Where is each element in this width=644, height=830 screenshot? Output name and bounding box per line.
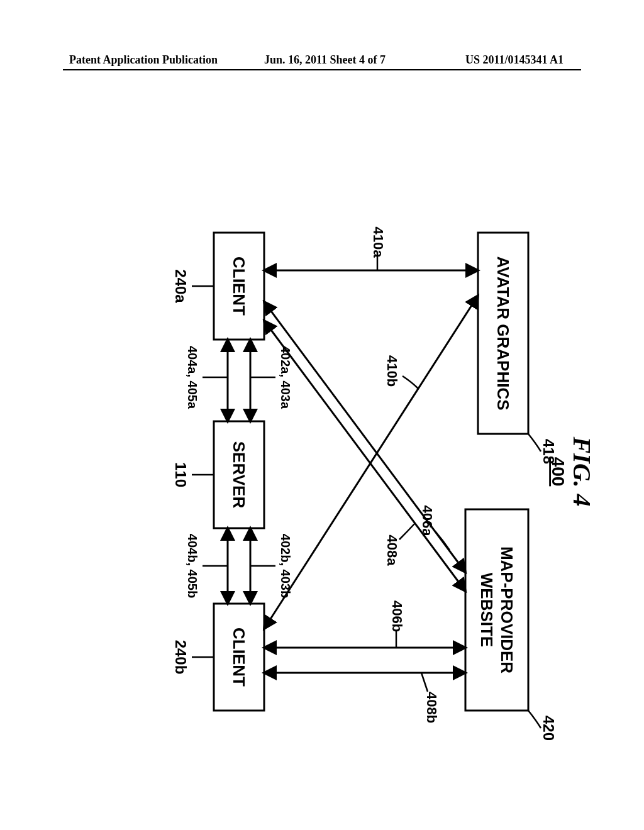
leader-406a <box>435 531 450 550</box>
header-left: Patent Application Publication <box>69 53 218 67</box>
ref-406b: 406b <box>389 600 405 632</box>
figure-4-diagram: FIG. 4 400 AVATAR GRAPHICS MAP-PROVIDER … <box>38 189 604 629</box>
figure-title: FIG. 4 <box>568 436 596 506</box>
ref-406a: 406a <box>419 506 435 537</box>
map-provider-line2: WEBSITE <box>477 573 496 647</box>
header-center: Jun. 16, 2011 Sheet 4 of 7 <box>264 53 386 67</box>
leader-418 <box>528 434 541 451</box>
ref-240a: 240a <box>172 269 189 303</box>
ref-402a-403a: 402a, 403a <box>279 346 292 409</box>
ref-404b-405b: 404b, 405b <box>186 534 199 598</box>
leader-420 <box>528 711 541 728</box>
leader-408a <box>399 523 415 540</box>
client-a-label: CLIENT <box>230 257 248 316</box>
avatar-graphics-label: AVATAR GRAPHICS <box>494 256 513 410</box>
client-b-label: CLIENT <box>230 628 248 687</box>
map-provider-line1: MAP-PROVIDER <box>497 546 516 673</box>
map-provider-box <box>465 509 528 711</box>
ref-410a: 410a <box>370 227 386 258</box>
server-label: SERVER <box>230 441 248 509</box>
ref-408b: 408b <box>424 692 440 723</box>
ref-410b: 410b <box>384 355 400 387</box>
ref-420: 420 <box>540 716 557 741</box>
ref-240b: 240b <box>172 640 189 675</box>
ref-408a: 408a <box>384 535 400 567</box>
ref-418: 418 <box>540 439 557 464</box>
header-right: US 2011/0145341 A1 <box>465 53 564 67</box>
header-rule <box>63 69 581 70</box>
ref-110: 110 <box>172 462 189 487</box>
leader-408b <box>421 673 428 692</box>
ref-404a-405a: 404a, 405a <box>186 346 199 409</box>
leader-410b <box>402 376 418 389</box>
ref-402b-403b: 402b, 403b <box>279 534 292 598</box>
